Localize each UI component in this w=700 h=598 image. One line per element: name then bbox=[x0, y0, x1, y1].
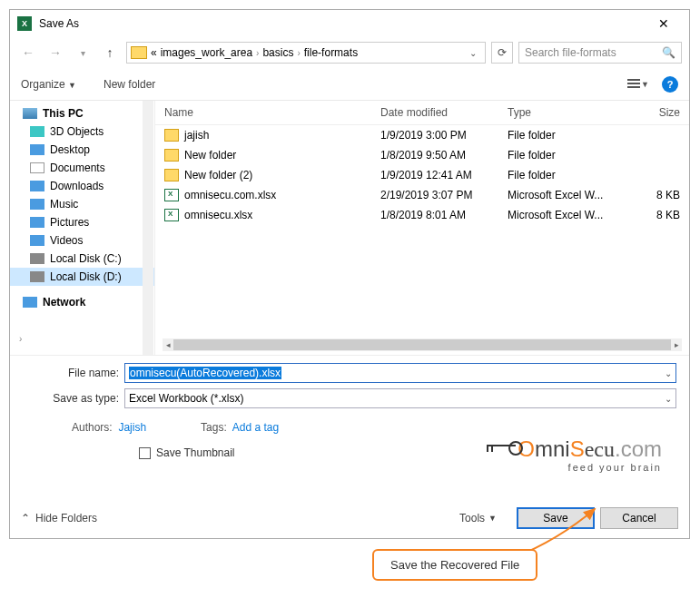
search-placeholder: Search file-formats bbox=[525, 46, 616, 59]
breadcrumb-p2[interactable]: basics bbox=[262, 46, 293, 59]
excel-icon: X bbox=[17, 16, 32, 31]
toolbar: Organize ▼ New folder ▼ ? bbox=[10, 68, 689, 101]
type-label: Save as type: bbox=[23, 392, 124, 405]
cancel-button[interactable]: Cancel bbox=[600, 507, 678, 529]
type-select[interactable]: Excel Workbook (*.xlsx) ⌄ bbox=[124, 388, 676, 408]
authors-value[interactable]: Jajish bbox=[118, 421, 146, 434]
chevron-up-icon: ⌃ bbox=[21, 512, 30, 524]
scroll-left-icon[interactable]: ◂ bbox=[163, 339, 173, 350]
file-type: File folder bbox=[508, 129, 626, 142]
file-row[interactable]: New folder (2)1/9/2019 12:41 AMFile fold… bbox=[155, 165, 689, 185]
file-row[interactable]: New folder1/8/2019 9:50 AMFile folder bbox=[155, 145, 689, 165]
horizontal-scrollbar[interactable]: ◂ ▸ bbox=[163, 338, 682, 351]
chevron-down-icon[interactable]: ⌄ bbox=[665, 394, 672, 404]
help-button[interactable]: ? bbox=[662, 76, 678, 93]
filename-label: File name: bbox=[23, 367, 124, 379]
chevron-right-icon[interactable]: › bbox=[297, 48, 300, 58]
file-date: 1/9/2019 3:00 PM bbox=[380, 129, 508, 142]
new-folder-button[interactable]: New folder bbox=[104, 78, 155, 91]
tree-videos[interactable]: Videos bbox=[10, 231, 154, 250]
chevron-down-icon: ▼ bbox=[68, 81, 76, 90]
watermark-logo: OmniSSecuecu.com feed your brain bbox=[487, 436, 662, 473]
file-date: 2/19/2019 3:07 PM bbox=[380, 189, 508, 201]
tree-3d-objects[interactable]: 3D Objects bbox=[10, 123, 154, 141]
chevron-right-icon[interactable]: › bbox=[256, 48, 259, 58]
file-date: 1/9/2019 12:41 AM bbox=[380, 169, 508, 181]
close-button[interactable]: ✕ bbox=[646, 16, 682, 31]
file-row[interactable]: jajish1/9/2019 3:00 PMFile folder bbox=[155, 125, 689, 145]
col-type[interactable]: Type bbox=[508, 106, 626, 119]
tree-downloads[interactable]: Downloads bbox=[10, 177, 154, 195]
file-list: Name Date modified Type Size jajish1/9/2… bbox=[155, 101, 689, 355]
col-name[interactable]: Name bbox=[164, 106, 380, 119]
footer: ⌃Hide Folders Tools▼ Save Cancel bbox=[21, 507, 678, 529]
breadcrumb-p1[interactable]: images_work_area bbox=[161, 46, 252, 59]
tree-expand-icon[interactable]: › bbox=[19, 334, 22, 344]
nav-tree[interactable]: This PC 3D Objects Desktop Documents Dow… bbox=[10, 101, 155, 355]
forward-button[interactable]: → bbox=[44, 42, 66, 64]
title-bar: X Save As ✕ bbox=[10, 10, 689, 37]
file-size: 8 KB bbox=[626, 189, 680, 201]
back-button[interactable]: ← bbox=[17, 42, 39, 64]
view-options-button[interactable]: ▼ bbox=[627, 79, 649, 90]
tree-desktop[interactable]: Desktop bbox=[10, 141, 154, 159]
address-dropdown[interactable]: ⌄ bbox=[465, 48, 481, 58]
tools-dropdown[interactable]: Tools▼ bbox=[459, 512, 497, 524]
recent-dropdown[interactable]: ▾ bbox=[72, 42, 94, 64]
tree-documents[interactable]: Documents bbox=[10, 159, 154, 177]
file-row[interactable]: omnisecu.com.xlsx2/19/2019 3:07 PMMicros… bbox=[155, 185, 689, 205]
breadcrumb-p3[interactable]: file-formats bbox=[304, 46, 358, 59]
save-button[interactable]: Save bbox=[517, 507, 595, 529]
file-name: New folder (2) bbox=[184, 169, 252, 181]
nav-bar: ← → ▾ ↑ « images_work_area › basics › fi… bbox=[10, 37, 689, 68]
search-input[interactable]: Search file-formats 🔍 bbox=[518, 42, 682, 64]
folder-icon bbox=[164, 149, 179, 162]
tree-music[interactable]: Music bbox=[10, 195, 154, 213]
annotation-callout: Save the Recovered File bbox=[372, 549, 537, 581]
folder-icon bbox=[164, 169, 179, 181]
refresh-button[interactable]: ⟳ bbox=[491, 42, 513, 64]
filename-value: omnisecu(AutoRecovered).xlsx bbox=[129, 367, 281, 379]
col-size[interactable]: Size bbox=[626, 106, 680, 119]
file-name: New folder bbox=[184, 149, 236, 162]
file-date: 1/8/2019 9:50 AM bbox=[380, 149, 508, 162]
file-name: omnisecu.com.xlsx bbox=[184, 189, 276, 201]
address-bar[interactable]: « images_work_area › basics › file-forma… bbox=[126, 42, 486, 64]
thumbnail-label: Save Thumbnail bbox=[156, 446, 235, 459]
breadcrumb-pre: « bbox=[151, 46, 157, 59]
file-row[interactable]: omnisecu.xlsx1/8/2019 8:01 AMMicrosoft E… bbox=[155, 205, 689, 225]
tree-network[interactable]: Network bbox=[10, 293, 154, 311]
thumbnail-checkbox[interactable] bbox=[139, 447, 151, 459]
scroll-right-icon[interactable]: ▸ bbox=[671, 339, 682, 350]
chevron-down-icon[interactable]: ⌄ bbox=[665, 368, 672, 378]
key-icon bbox=[487, 445, 516, 457]
tree-disk-d[interactable]: Local Disk (D:) bbox=[10, 268, 154, 286]
up-button[interactable]: ↑ bbox=[99, 42, 121, 64]
file-size: 8 KB bbox=[626, 209, 680, 221]
type-value: Excel Workbook (*.xlsx) bbox=[129, 392, 243, 405]
file-type: File folder bbox=[508, 169, 626, 181]
file-name: omnisecu.xlsx bbox=[184, 209, 252, 221]
tree-pictures[interactable]: Pictures bbox=[10, 213, 154, 231]
file-name: jajish bbox=[184, 129, 209, 142]
scroll-thumb[interactable] bbox=[173, 339, 671, 350]
col-date[interactable]: Date modified bbox=[380, 106, 508, 119]
authors-label: Authors: bbox=[72, 421, 113, 434]
folder-icon bbox=[131, 46, 147, 59]
hide-folders-button[interactable]: ⌃Hide Folders bbox=[21, 512, 97, 524]
excel-file-icon bbox=[164, 209, 179, 221]
file-date: 1/8/2019 8:01 AM bbox=[380, 209, 508, 221]
tree-this-pc[interactable]: This PC bbox=[10, 104, 154, 123]
search-icon: 🔍 bbox=[662, 46, 675, 59]
filename-input[interactable]: omnisecu(AutoRecovered).xlsx ⌄ bbox=[124, 363, 676, 383]
tags-value[interactable]: Add a tag bbox=[232, 421, 279, 434]
column-headers[interactable]: Name Date modified Type Size bbox=[155, 101, 689, 125]
window-title: Save As bbox=[39, 17, 646, 30]
file-type: Microsoft Excel W... bbox=[508, 189, 626, 201]
body: This PC 3D Objects Desktop Documents Dow… bbox=[10, 101, 689, 355]
form-area: File name: omnisecu(AutoRecovered).xlsx … bbox=[10, 355, 689, 459]
tags-label: Tags: bbox=[201, 421, 227, 434]
organize-button[interactable]: Organize ▼ bbox=[21, 78, 76, 91]
tree-disk-c[interactable]: Local Disk (C:) bbox=[10, 250, 154, 268]
excel-file-icon bbox=[164, 189, 179, 201]
